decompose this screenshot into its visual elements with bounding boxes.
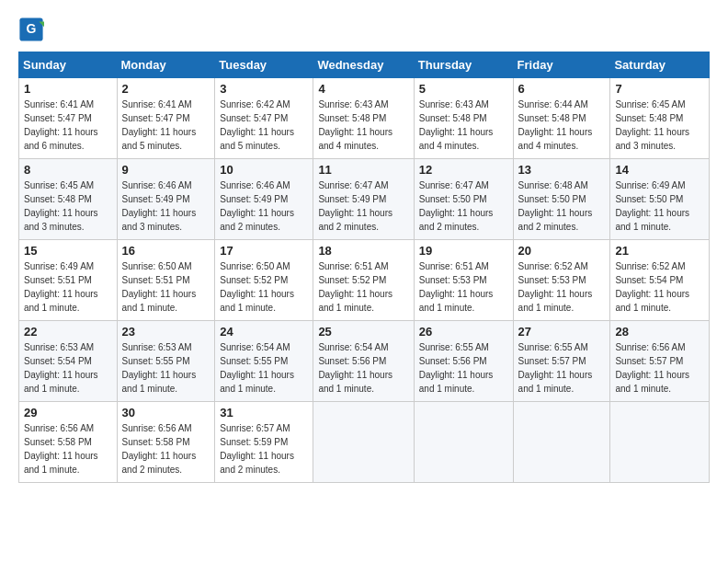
day-info: Sunrise: 6:43 AMSunset: 5:48 PMDaylight:… xyxy=(419,98,508,153)
calendar-cell: 22Sunrise: 6:53 AMSunset: 5:54 PMDayligh… xyxy=(19,321,118,402)
day-info: Sunrise: 6:46 AMSunset: 5:49 PMDaylight:… xyxy=(122,178,210,234)
day-info: Sunrise: 6:47 AMSunset: 5:50 PMDaylight:… xyxy=(419,178,508,234)
day-info: Sunrise: 6:56 AMSunset: 5:58 PMDaylight:… xyxy=(122,421,210,477)
calendar-cell: 21Sunrise: 6:52 AMSunset: 5:54 PMDayligh… xyxy=(610,240,710,321)
page: G SundayMondayTuesdayWednesdayThursdayFr… xyxy=(0,0,728,563)
day-info: Sunrise: 6:45 AMSunset: 5:48 PMDaylight:… xyxy=(615,98,704,153)
day-number: 4 xyxy=(318,82,408,96)
day-number: 12 xyxy=(419,163,508,177)
day-number: 13 xyxy=(518,163,606,177)
calendar-cell: 30Sunrise: 6:56 AMSunset: 5:58 PMDayligh… xyxy=(117,402,215,483)
day-number: 3 xyxy=(220,82,308,96)
calendar-week-row: 29Sunrise: 6:56 AMSunset: 5:58 PMDayligh… xyxy=(19,402,710,483)
day-number: 11 xyxy=(318,163,408,177)
day-number: 31 xyxy=(220,406,308,419)
day-number: 5 xyxy=(419,82,508,96)
calendar-cell: 17Sunrise: 6:50 AMSunset: 5:52 PMDayligh… xyxy=(215,240,313,321)
calendar-cell: 12Sunrise: 6:47 AMSunset: 5:50 PMDayligh… xyxy=(414,159,513,240)
day-info: Sunrise: 6:47 AMSunset: 5:49 PMDaylight:… xyxy=(318,178,408,234)
day-info: Sunrise: 6:44 AMSunset: 5:48 PMDaylight:… xyxy=(518,98,606,153)
day-number: 29 xyxy=(24,406,112,419)
day-number: 20 xyxy=(518,244,606,258)
day-info: Sunrise: 6:43 AMSunset: 5:48 PMDaylight:… xyxy=(318,98,408,153)
day-info: Sunrise: 6:41 AMSunset: 5:47 PMDaylight:… xyxy=(122,98,210,153)
calendar-cell: 24Sunrise: 6:54 AMSunset: 5:55 PMDayligh… xyxy=(215,321,313,402)
day-number: 21 xyxy=(615,244,704,258)
day-number: 1 xyxy=(24,82,112,96)
day-number: 18 xyxy=(318,244,408,258)
day-info: Sunrise: 6:57 AMSunset: 5:59 PMDaylight:… xyxy=(220,421,308,477)
day-number: 7 xyxy=(615,82,704,96)
day-info: Sunrise: 6:41 AMSunset: 5:47 PMDaylight:… xyxy=(24,98,112,153)
day-info: Sunrise: 6:45 AMSunset: 5:48 PMDaylight:… xyxy=(24,178,112,234)
day-info: Sunrise: 6:50 AMSunset: 5:51 PMDaylight:… xyxy=(122,259,210,315)
calendar-cell: 23Sunrise: 6:53 AMSunset: 5:55 PMDayligh… xyxy=(117,321,215,402)
calendar-week-row: 8Sunrise: 6:45 AMSunset: 5:48 PMDaylight… xyxy=(19,159,710,240)
day-number: 30 xyxy=(122,406,210,419)
calendar-cell: 8Sunrise: 6:45 AMSunset: 5:48 PMDaylight… xyxy=(19,159,118,240)
calendar-cell: 5Sunrise: 6:43 AMSunset: 5:48 PMDaylight… xyxy=(414,78,513,159)
calendar-cell: 3Sunrise: 6:42 AMSunset: 5:47 PMDaylight… xyxy=(215,78,313,159)
calendar-table: SundayMondayTuesdayWednesdayThursdayFrid… xyxy=(18,52,710,483)
day-info: Sunrise: 6:53 AMSunset: 5:55 PMDaylight:… xyxy=(122,340,210,396)
day-number: 24 xyxy=(220,325,308,339)
calendar-cell: 27Sunrise: 6:55 AMSunset: 5:57 PMDayligh… xyxy=(513,321,610,402)
day-info: Sunrise: 6:53 AMSunset: 5:54 PMDaylight:… xyxy=(24,340,112,396)
day-info: Sunrise: 6:46 AMSunset: 5:49 PMDaylight:… xyxy=(220,178,308,234)
day-info: Sunrise: 6:51 AMSunset: 5:53 PMDaylight:… xyxy=(419,259,508,315)
calendar-cell xyxy=(610,402,710,483)
day-info: Sunrise: 6:52 AMSunset: 5:53 PMDaylight:… xyxy=(518,259,606,315)
weekday-header-friday: Friday xyxy=(513,52,610,78)
calendar-cell: 4Sunrise: 6:43 AMSunset: 5:48 PMDaylight… xyxy=(313,78,414,159)
day-number: 8 xyxy=(24,163,112,177)
calendar-cell xyxy=(513,402,610,483)
calendar-cell: 9Sunrise: 6:46 AMSunset: 5:49 PMDaylight… xyxy=(117,159,215,240)
day-number: 17 xyxy=(220,244,308,258)
weekday-header-thursday: Thursday xyxy=(414,52,513,78)
calendar-cell: 26Sunrise: 6:55 AMSunset: 5:56 PMDayligh… xyxy=(414,321,513,402)
weekday-header-sunday: Sunday xyxy=(19,52,118,78)
calendar-cell: 18Sunrise: 6:51 AMSunset: 5:52 PMDayligh… xyxy=(313,240,414,321)
day-info: Sunrise: 6:50 AMSunset: 5:52 PMDaylight:… xyxy=(220,259,308,315)
day-info: Sunrise: 6:54 AMSunset: 5:55 PMDaylight:… xyxy=(220,340,308,396)
day-info: Sunrise: 6:52 AMSunset: 5:54 PMDaylight:… xyxy=(615,259,704,315)
day-number: 19 xyxy=(419,244,508,258)
calendar-cell: 28Sunrise: 6:56 AMSunset: 5:57 PMDayligh… xyxy=(610,321,710,402)
calendar-cell: 31Sunrise: 6:57 AMSunset: 5:59 PMDayligh… xyxy=(215,402,313,483)
logo-icon: G xyxy=(18,17,44,42)
calendar-week-row: 22Sunrise: 6:53 AMSunset: 5:54 PMDayligh… xyxy=(19,321,710,402)
calendar-cell: 25Sunrise: 6:54 AMSunset: 5:56 PMDayligh… xyxy=(313,321,414,402)
day-info: Sunrise: 6:55 AMSunset: 5:56 PMDaylight:… xyxy=(419,340,508,396)
day-info: Sunrise: 6:56 AMSunset: 5:57 PMDaylight:… xyxy=(615,340,704,396)
header: G xyxy=(18,17,710,42)
day-number: 25 xyxy=(318,325,408,339)
day-number: 6 xyxy=(518,82,606,96)
day-number: 28 xyxy=(615,325,704,339)
calendar-cell: 20Sunrise: 6:52 AMSunset: 5:53 PMDayligh… xyxy=(513,240,610,321)
day-info: Sunrise: 6:55 AMSunset: 5:57 PMDaylight:… xyxy=(518,340,606,396)
calendar-cell xyxy=(414,402,513,483)
day-info: Sunrise: 6:48 AMSunset: 5:50 PMDaylight:… xyxy=(518,178,606,234)
calendar-cell: 1Sunrise: 6:41 AMSunset: 5:47 PMDaylight… xyxy=(19,78,118,159)
day-number: 2 xyxy=(122,82,210,96)
calendar-cell: 7Sunrise: 6:45 AMSunset: 5:48 PMDaylight… xyxy=(610,78,710,159)
calendar-cell: 10Sunrise: 6:46 AMSunset: 5:49 PMDayligh… xyxy=(215,159,313,240)
calendar-cell: 29Sunrise: 6:56 AMSunset: 5:58 PMDayligh… xyxy=(19,402,118,483)
calendar-cell: 15Sunrise: 6:49 AMSunset: 5:51 PMDayligh… xyxy=(19,240,118,321)
day-number: 23 xyxy=(122,325,210,339)
calendar-cell: 6Sunrise: 6:44 AMSunset: 5:48 PMDaylight… xyxy=(513,78,610,159)
day-number: 26 xyxy=(419,325,508,339)
day-number: 27 xyxy=(518,325,606,339)
day-number: 9 xyxy=(122,163,210,177)
day-info: Sunrise: 6:51 AMSunset: 5:52 PMDaylight:… xyxy=(318,259,408,315)
calendar-cell: 19Sunrise: 6:51 AMSunset: 5:53 PMDayligh… xyxy=(414,240,513,321)
calendar-cell xyxy=(313,402,414,483)
day-number: 14 xyxy=(615,163,704,177)
weekday-header-wednesday: Wednesday xyxy=(313,52,414,78)
weekday-header-monday: Monday xyxy=(117,52,215,78)
calendar-cell: 16Sunrise: 6:50 AMSunset: 5:51 PMDayligh… xyxy=(117,240,215,321)
day-number: 16 xyxy=(122,244,210,258)
calendar-week-row: 1Sunrise: 6:41 AMSunset: 5:47 PMDaylight… xyxy=(19,78,710,159)
day-info: Sunrise: 6:56 AMSunset: 5:58 PMDaylight:… xyxy=(24,421,112,477)
day-info: Sunrise: 6:54 AMSunset: 5:56 PMDaylight:… xyxy=(318,340,408,396)
